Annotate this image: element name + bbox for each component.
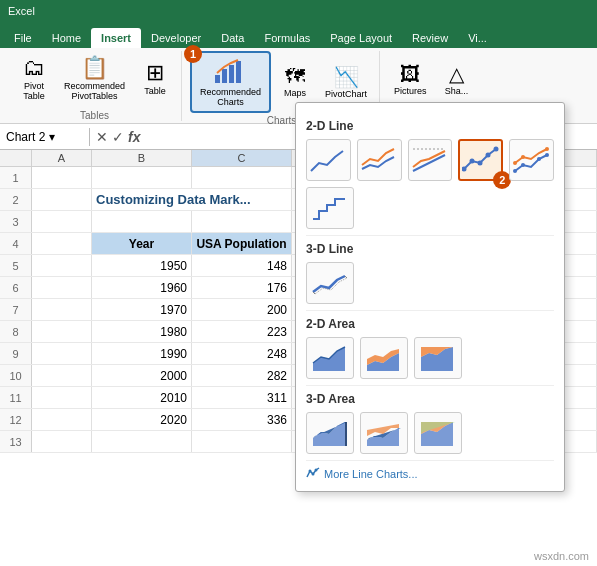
tables-buttons: 🗂 PivotTable 📋 RecommendedPivotTables ⊞ …	[14, 51, 175, 108]
cell-b13[interactable]	[92, 431, 192, 452]
line-100-chart-option[interactable]	[408, 139, 453, 181]
cell-b11[interactable]: 2010	[92, 387, 192, 408]
cell-b4-header[interactable]: Year	[92, 233, 192, 254]
cell-b8[interactable]: 1980	[92, 321, 192, 342]
cell-b5[interactable]: 1950	[92, 255, 192, 276]
cell-c6[interactable]: 176	[192, 277, 292, 298]
cell-a13[interactable]	[32, 431, 92, 452]
cell-c10[interactable]: 282	[192, 365, 292, 386]
pivot-table-button[interactable]: 🗂 PivotTable	[14, 53, 54, 105]
cell-a7[interactable]	[32, 299, 92, 320]
cell-b12[interactable]: 2020	[92, 409, 192, 430]
cancel-icon[interactable]: ✕	[96, 129, 108, 145]
svg-point-6	[469, 159, 474, 164]
svg-point-14	[513, 161, 517, 165]
cell-b1[interactable]	[92, 167, 192, 188]
title-bar: Excel	[0, 0, 597, 22]
3d-area-basic-option[interactable]	[306, 412, 354, 454]
line-markers-stacked-option[interactable]	[509, 139, 554, 181]
cell-a3[interactable]	[32, 211, 92, 232]
tab-page-layout[interactable]: Page Layout	[320, 28, 402, 48]
cell-a5[interactable]	[32, 255, 92, 276]
col-header-c: C	[192, 150, 292, 166]
fx-icon[interactable]: fx	[128, 129, 140, 145]
svg-point-12	[537, 157, 541, 161]
pivot-chart-button[interactable]: 📉 PivotChart	[319, 61, 373, 103]
cell-b6[interactable]: 1960	[92, 277, 192, 298]
cell-c3[interactable]	[192, 211, 292, 232]
charts-icon	[213, 57, 249, 85]
cell-a10[interactable]	[32, 365, 92, 386]
shapes-button[interactable]: △ Sha...	[437, 58, 477, 100]
cell-c13[interactable]	[192, 431, 292, 452]
area-basic-option[interactable]	[306, 337, 354, 379]
maps-button[interactable]: 🗺 Maps	[275, 61, 315, 102]
line-markers-chart-option[interactable]: 2	[458, 139, 503, 181]
3d-line-option[interactable]	[306, 262, 354, 304]
tab-home[interactable]: Home	[42, 28, 91, 48]
svg-rect-1	[222, 69, 227, 83]
cell-c1[interactable]	[192, 167, 292, 188]
tables-group-label: Tables	[80, 110, 109, 121]
table-button[interactable]: ⊞ Table	[135, 58, 175, 100]
confirm-icon[interactable]: ✓	[112, 129, 124, 145]
3d-area-stacked-option[interactable]	[360, 412, 408, 454]
recommended-charts-button[interactable]: 1 RecommendedCharts	[190, 51, 271, 113]
ribbon-tabs: File Home Insert Developer Data Formulas…	[0, 22, 597, 48]
line-basic-chart-option[interactable]	[306, 139, 351, 181]
table-icon: ⊞	[146, 62, 164, 84]
name-box[interactable]: Chart 2 ▾	[0, 128, 90, 146]
cell-b9[interactable]: 1990	[92, 343, 192, 364]
divider-4	[306, 460, 554, 461]
line-step-option[interactable]	[306, 187, 354, 229]
cell-b2[interactable]: Customizing Data Mark...	[92, 189, 292, 210]
more-charts-link[interactable]: More Line Charts...	[306, 467, 554, 481]
cell-a9[interactable]	[32, 343, 92, 364]
tab-developer[interactable]: Developer	[141, 28, 211, 48]
name-box-value: Chart 2	[6, 130, 45, 144]
col-header-a: A	[32, 150, 92, 166]
area-100-option[interactable]	[414, 337, 462, 379]
cell-c8[interactable]: 223	[192, 321, 292, 342]
svg-point-11	[521, 163, 525, 167]
cell-b7[interactable]: 1970	[92, 299, 192, 320]
3d-area-100-option[interactable]	[414, 412, 462, 454]
svg-point-16	[545, 147, 549, 151]
tab-review[interactable]: Review	[402, 28, 458, 48]
tab-insert[interactable]: Insert	[91, 28, 141, 48]
cell-a4[interactable]	[32, 233, 92, 254]
cell-a2[interactable]	[32, 189, 92, 210]
tab-data[interactable]: Data	[211, 28, 254, 48]
app-title: Excel	[8, 5, 35, 17]
cell-a11[interactable]	[32, 387, 92, 408]
cell-b3[interactable]	[92, 211, 192, 232]
tab-view[interactable]: Vi...	[458, 28, 497, 48]
recommended-pivottables-button[interactable]: 📋 RecommendedPivotTables	[58, 53, 131, 105]
svg-point-8	[485, 153, 490, 158]
pictures-button[interactable]: 🖼 Pictures	[388, 59, 433, 100]
tab-formulas[interactable]: Formulas	[254, 28, 320, 48]
recommended-pivot-icon: 📋	[81, 57, 108, 79]
cell-a1[interactable]	[32, 167, 92, 188]
cell-c7[interactable]: 200	[192, 299, 292, 320]
svg-line-17	[313, 292, 315, 294]
area-stacked-option[interactable]	[360, 337, 408, 379]
cell-a8[interactable]	[32, 321, 92, 342]
cell-a6[interactable]	[32, 277, 92, 298]
cell-c12[interactable]: 336	[192, 409, 292, 430]
cell-a12[interactable]	[32, 409, 92, 430]
svg-rect-3	[236, 61, 241, 83]
cell-b10[interactable]: 2000	[92, 365, 192, 386]
name-box-dropdown[interactable]: ▾	[49, 130, 55, 144]
charts-group-label: Charts	[267, 115, 296, 126]
svg-rect-2	[229, 65, 234, 83]
cell-c4-header[interactable]: USA Population	[192, 233, 292, 254]
section-3d-line: 3-D Line	[306, 242, 554, 256]
cell-c11[interactable]: 311	[192, 387, 292, 408]
line-stacked-chart-option[interactable]	[357, 139, 402, 181]
cell-c5[interactable]: 148	[192, 255, 292, 276]
cell-c9[interactable]: 248	[192, 343, 292, 364]
tab-file[interactable]: File	[4, 28, 42, 48]
divider-1	[306, 235, 554, 236]
col-header-b: B	[92, 150, 192, 166]
